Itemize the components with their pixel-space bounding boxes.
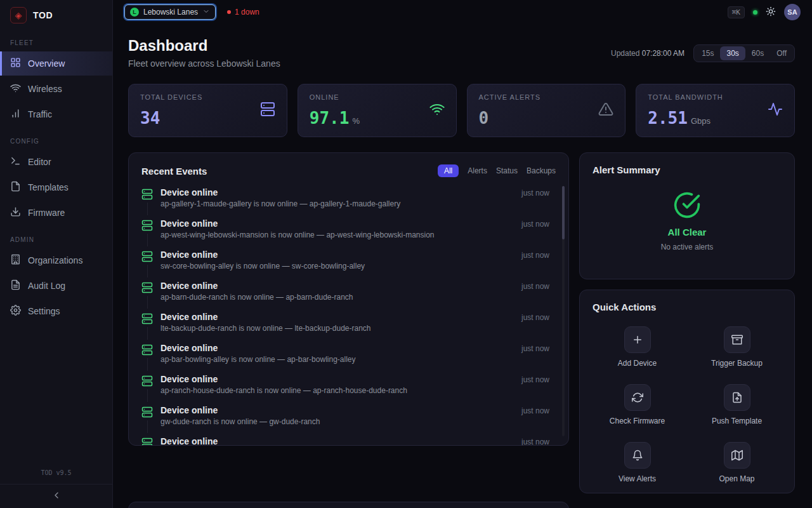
nav-section-admin: ADMIN Organizations Audit Log Settings — [0, 236, 112, 323]
event-time: just now — [521, 313, 549, 333]
org-selector[interactable]: L Lebowski Lanes — [124, 4, 216, 20]
server-icon — [141, 189, 153, 208]
section-label-config: CONFIG — [0, 138, 112, 145]
bell-icon — [624, 442, 651, 469]
view-alerts-button[interactable]: View Alerts — [593, 442, 682, 483]
command-palette-shortcut[interactable]: ⌘K — [728, 6, 745, 18]
server-icon — [260, 102, 275, 119]
chevron-left-icon — [51, 490, 62, 503]
nav-section-fleet: FLEET Overview Wireless Traffic — [0, 39, 112, 126]
stat-unit: Gbps — [691, 116, 710, 126]
recent-events-title: Recent Events — [141, 166, 207, 177]
server-icon — [141, 251, 153, 271]
event-row[interactable]: Device onlinesw-core-bowling-alley is no… — [141, 244, 556, 276]
sidebar-item-label: Overview — [28, 58, 65, 69]
map-icon — [724, 442, 750, 469]
server-icon — [141, 344, 153, 364]
theme-toggle-button[interactable] — [766, 6, 776, 18]
alert-summary-title: Alert Summary — [593, 164, 782, 175]
filter-backups[interactable]: Backups — [527, 166, 556, 175]
event-time: just now — [521, 220, 549, 239]
nav-section-config: CONFIG Editor Templates Firmware — [0, 138, 112, 225]
main-content: Dashboard Fleet overview across Lebowski… — [113, 24, 812, 508]
down-status-text: 1 down — [235, 8, 259, 17]
event-time: just now — [521, 189, 549, 208]
interval-60s[interactable]: 60s — [745, 46, 770, 60]
sidebar-item-audit-log[interactable]: Audit Log — [0, 274, 112, 298]
sidebar-item-label: Audit Log — [28, 281, 65, 291]
filter-alerts[interactable]: Alerts — [468, 166, 487, 175]
page-header: Dashboard Fleet overview across Lebowski… — [128, 37, 795, 69]
sidebar-item-organizations[interactable]: Organizations — [0, 248, 112, 272]
event-time: just now — [521, 344, 549, 364]
event-row[interactable]: Device onlineap-ranch-house-dude-ranch i… — [141, 369, 556, 400]
page-title: Dashboard — [128, 37, 280, 55]
interval-30s[interactable]: 30s — [720, 46, 745, 60]
check-firmware-button[interactable]: Check Firmware — [593, 384, 682, 425]
sidebar-nav: FLEET Overview Wireless Traffic CONFIG E… — [0, 30, 112, 464]
app-brand: ◈ TOD — [0, 0, 112, 30]
document-icon — [10, 279, 21, 292]
server-icon — [141, 375, 153, 395]
sidebar-item-label: Wireless — [28, 84, 62, 94]
bar-chart-icon — [10, 108, 21, 121]
section-label-fleet: FLEET — [0, 39, 112, 46]
interval-15s[interactable]: 15s — [695, 46, 720, 60]
org-badge: L — [130, 8, 139, 17]
event-time: just now — [521, 375, 549, 395]
event-row[interactable]: Device onlineap-west-wing-lebowski-mansi… — [141, 213, 556, 244]
sidebar-item-settings[interactable]: Settings — [0, 299, 112, 323]
event-row[interactable]: Device online just now — [141, 431, 556, 446]
connection-status-dot — [753, 10, 757, 15]
stat-value: 0 — [479, 109, 489, 128]
sidebar-item-wireless[interactable]: Wireless — [0, 77, 112, 101]
quick-actions-title: Quick Actions — [593, 302, 782, 312]
stat-value: 34 — [140, 109, 160, 128]
app-logo-icon: ◈ — [10, 7, 27, 23]
sidebar-item-templates[interactable]: Templates — [0, 175, 112, 199]
open-map-button[interactable]: Open Map — [692, 442, 782, 483]
sidebar-collapse-button[interactable] — [0, 484, 112, 508]
stat-value: 97.1 — [310, 109, 350, 128]
event-row[interactable]: Device onlineap-barn-dude-ranch is now o… — [141, 276, 556, 307]
sidebar-item-label: Firmware — [28, 208, 65, 218]
filter-status[interactable]: Status — [496, 166, 518, 175]
event-row[interactable]: Device onlinegw-dude-ranch is now online… — [141, 400, 556, 431]
sidebar-item-label: Settings — [28, 306, 60, 316]
activity-icon — [768, 102, 783, 119]
chevron-down-icon — [202, 8, 210, 17]
event-row[interactable]: Device onlineap-bar-bowling-alley is now… — [141, 338, 556, 369]
alert-status-text: All Clear — [668, 227, 707, 237]
add-device-button[interactable]: Add Device — [593, 326, 682, 368]
wifi-icon — [10, 83, 21, 95]
push-template-button[interactable]: Push Template — [692, 384, 782, 425]
filter-all[interactable]: All — [438, 164, 459, 177]
sidebar-item-overview[interactable]: Overview — [0, 51, 112, 76]
sidebar-item-label: Traffic — [28, 109, 52, 119]
interval-off[interactable]: Off — [770, 46, 793, 60]
grid-icon — [10, 57, 21, 70]
archive-icon — [724, 326, 750, 353]
topbar-right: ⌘K SA — [728, 4, 801, 20]
stat-unit: % — [352, 116, 360, 126]
event-row[interactable]: Device onlinelte-backup-dude-ranch is no… — [141, 307, 556, 338]
event-time: just now — [521, 251, 549, 271]
avatar[interactable]: SA — [784, 4, 801, 20]
plus-icon — [624, 326, 651, 353]
next-section-card-partial — [128, 502, 569, 508]
sidebar-item-firmware[interactable]: Firmware — [0, 201, 112, 225]
event-filters: All Alerts Status Backups — [438, 164, 556, 177]
file-icon — [724, 384, 750, 411]
app-title: TOD — [33, 10, 53, 20]
server-icon — [141, 282, 153, 302]
event-time: just now — [521, 282, 549, 302]
sidebar-item-editor[interactable]: Editor — [0, 150, 112, 174]
events-scrollbar-thumb[interactable] — [562, 186, 565, 239]
building-icon — [10, 254, 21, 267]
sidebar-item-traffic[interactable]: Traffic — [0, 102, 112, 126]
alert-summary-panel: Alert Summary All Clear No active alerts — [579, 152, 795, 279]
check-circle-icon — [673, 191, 701, 222]
recent-events-panel: Recent Events All Alerts Status Backups … — [128, 152, 569, 446]
trigger-backup-button[interactable]: Trigger Backup — [692, 326, 782, 368]
event-row[interactable]: Device onlineap-gallery-1-maude-gallery … — [141, 182, 556, 213]
